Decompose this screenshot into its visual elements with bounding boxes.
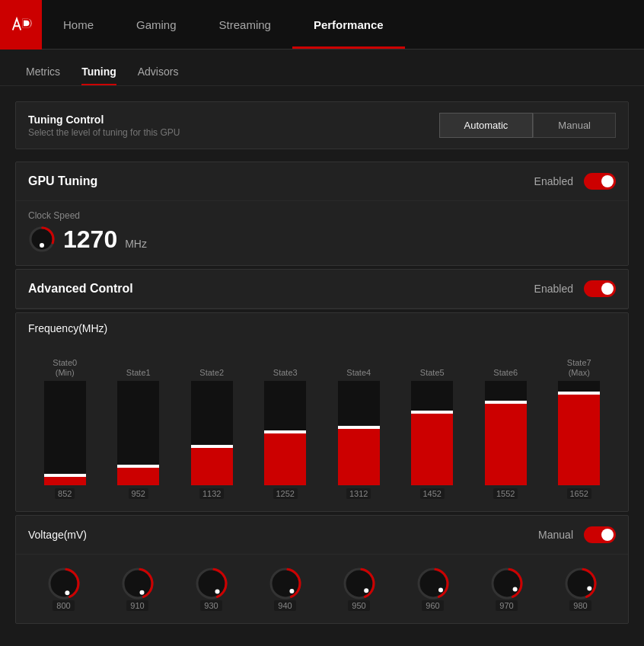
voltage-value-label-6: 970 xyxy=(496,600,517,611)
svg-point-14 xyxy=(289,589,294,593)
voltage-dial-col-6[interactable]: 970 xyxy=(471,567,542,611)
bar-col-5[interactable]: State51452 xyxy=(396,368,470,499)
bar-col-7[interactable]: State7(Max)1652 xyxy=(543,358,617,499)
bar-value-label-7: 1652 xyxy=(567,488,591,499)
svg-point-5 xyxy=(65,590,69,595)
bar-col-3[interactable]: State31252 xyxy=(249,368,323,499)
bar-state-label-4: State4 xyxy=(346,368,371,378)
nav-performance[interactable]: Performance xyxy=(292,0,405,49)
voltage-dial-col-5[interactable]: 960 xyxy=(397,567,468,611)
dial-svg-5 xyxy=(416,567,450,600)
voltage-dial-col-3[interactable]: 940 xyxy=(250,567,320,611)
svg-point-17 xyxy=(364,588,368,593)
svg-point-23 xyxy=(512,587,517,592)
advanced-control-title: Advanced Control xyxy=(28,282,534,296)
advanced-control-status: Enabled xyxy=(534,283,573,295)
main-content: Tuning Control Select the level of tunin… xyxy=(0,86,644,646)
bar-col-4[interactable]: State41312 xyxy=(322,368,396,499)
bar-state-label-1: State1 xyxy=(126,368,151,378)
bar-col-1[interactable]: State1952 xyxy=(102,368,176,499)
bar-value-label-5: 1452 xyxy=(420,488,445,499)
nav-streaming[interactable]: Streaming xyxy=(198,0,292,49)
clock-speed-section: Clock Speed 1270 MHz xyxy=(16,201,628,265)
bar-fill-6 xyxy=(485,401,527,485)
dial-svg-1 xyxy=(121,567,155,600)
bar-bg-4 xyxy=(338,381,380,485)
bar-wrapper-6: 1552 xyxy=(469,381,543,499)
bar-wrapper-5: 1452 xyxy=(396,381,470,499)
bar-state-label-5: State5 xyxy=(420,368,445,378)
dial-svg-3 xyxy=(269,567,302,600)
bar-wrapper-3: 1252 xyxy=(249,381,323,499)
voltage-section: Voltage(mV) Manual 800910930940950960970… xyxy=(15,515,629,624)
tuning-buttons: Automatic Manual xyxy=(439,113,616,138)
voltage-status: Manual xyxy=(538,529,573,541)
bar-wrapper-2: 1132 xyxy=(175,381,249,499)
voltage-value-label-7: 980 xyxy=(569,600,591,611)
bar-wrapper-7: 1652 xyxy=(543,381,617,499)
svg-point-11 xyxy=(215,590,219,594)
dial-svg-7 xyxy=(564,567,598,600)
voltage-value-label-2: 930 xyxy=(200,600,222,611)
gpu-tuning-toggle[interactable] xyxy=(584,173,616,190)
dial-svg-4 xyxy=(343,567,376,600)
svg-point-20 xyxy=(438,587,443,592)
nav-items: Home Gaming Streaming Performance xyxy=(42,0,405,49)
bar-fill-4 xyxy=(338,426,380,485)
frequency-section: Frequency(MHz) State0(Min)852State1952St… xyxy=(15,312,629,512)
top-nav: Home Gaming Streaming Performance xyxy=(0,0,644,50)
tuning-control-info: Tuning Control Select the level of tunin… xyxy=(28,114,439,138)
dial-svg-2 xyxy=(195,567,228,600)
bar-state-label-3: State3 xyxy=(273,368,298,378)
bar-fill-3 xyxy=(264,430,306,485)
nav-home[interactable]: Home xyxy=(42,0,115,49)
voltage-dial-col-2[interactable]: 930 xyxy=(176,567,247,611)
bar-fill-7 xyxy=(558,392,600,485)
bar-col-0[interactable]: State0(Min)852 xyxy=(28,358,102,499)
bar-col-2[interactable]: State21132 xyxy=(175,368,249,499)
bar-bg-5 xyxy=(411,381,453,485)
subnav-tuning[interactable]: Tuning xyxy=(71,50,127,85)
clock-speed-label: Clock Speed xyxy=(28,210,616,221)
svg-point-8 xyxy=(139,590,144,595)
bar-value-label-4: 1312 xyxy=(346,488,371,499)
tuning-control-panel: Tuning Control Select the level of tunin… xyxy=(15,101,629,149)
voltage-value-label-4: 950 xyxy=(348,600,369,611)
nav-gaming[interactable]: Gaming xyxy=(115,0,198,49)
clock-speed-unit: MHz xyxy=(125,238,147,250)
bar-chart: State0(Min)852State1952State21132State31… xyxy=(28,347,616,499)
bar-bg-3 xyxy=(264,381,306,485)
tuning-btn-manual[interactable]: Manual xyxy=(533,113,616,138)
tuning-btn-automatic[interactable]: Automatic xyxy=(439,113,534,138)
bar-fill-1 xyxy=(117,465,159,485)
dial-svg-0 xyxy=(47,567,81,600)
advanced-control-header: Advanced Control Enabled xyxy=(16,270,628,309)
bar-value-label-0: 852 xyxy=(55,488,75,499)
bar-bg-2 xyxy=(191,381,233,485)
bar-wrapper-0: 852 xyxy=(28,381,102,499)
svg-point-26 xyxy=(587,587,591,591)
dial-svg-6 xyxy=(490,567,524,600)
subnav-advisors[interactable]: Advisors xyxy=(127,50,190,85)
clock-dial-icon xyxy=(28,225,56,253)
bar-value-label-3: 1252 xyxy=(273,488,298,499)
advanced-control-toggle[interactable] xyxy=(584,280,616,297)
bar-value-label-1: 952 xyxy=(129,488,148,499)
voltage-dial-col-7[interactable]: 980 xyxy=(545,567,616,611)
voltage-value-label-0: 800 xyxy=(53,600,74,611)
bar-fill-0 xyxy=(44,474,86,485)
gpu-tuning-header: GPU Tuning Enabled xyxy=(16,162,628,201)
voltage-value-label-3: 940 xyxy=(274,600,295,611)
tuning-control-label: Tuning Control xyxy=(28,114,439,126)
bar-value-label-6: 1552 xyxy=(493,488,518,499)
bar-value-label-2: 1132 xyxy=(199,488,224,499)
subnav-metrics[interactable]: Metrics xyxy=(15,50,71,85)
voltage-dial-col-4[interactable]: 950 xyxy=(324,567,394,611)
bar-col-6[interactable]: State61552 xyxy=(469,368,543,499)
voltage-dial-col-0[interactable]: 800 xyxy=(28,567,99,611)
amd-logo xyxy=(0,0,42,50)
gpu-tuning-status: Enabled xyxy=(534,175,573,187)
voltage-header: Voltage(mV) Manual xyxy=(16,516,628,555)
voltage-toggle[interactable] xyxy=(584,526,616,543)
voltage-dial-col-1[interactable]: 910 xyxy=(102,567,173,611)
